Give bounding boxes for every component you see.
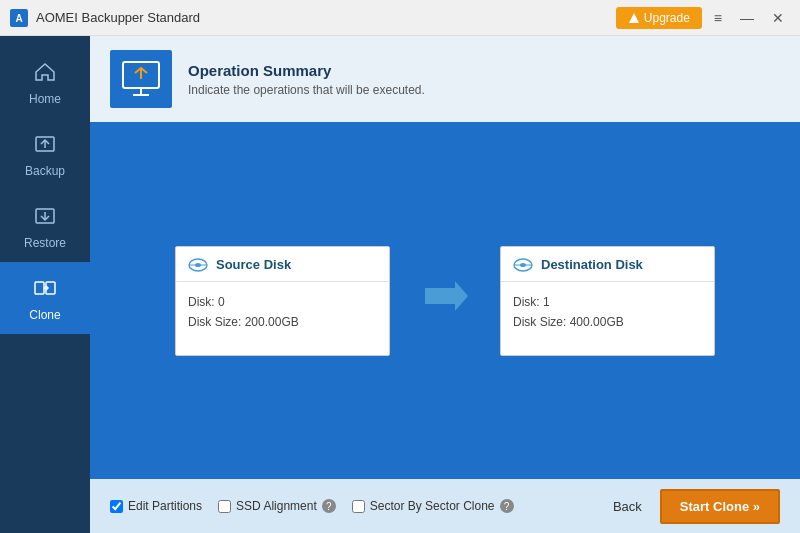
backup-icon [31, 130, 59, 158]
op-icon-box [110, 50, 172, 108]
minimize-button[interactable]: — [734, 8, 760, 28]
destination-disk-card: Destination Disk Disk: 1 Disk Size: 400.… [500, 246, 715, 356]
main-content: Operation Summary Indicate the operation… [90, 36, 800, 533]
title-bar: A AOMEI Backupper Standard Upgrade ≡ — ✕ [0, 0, 800, 36]
footer-options: Edit Partitions SSD Alignment ? Sector B… [110, 499, 514, 513]
destination-disk-icon [513, 257, 533, 273]
back-button[interactable]: Back [605, 495, 650, 518]
home-icon [31, 58, 59, 86]
ssd-alignment-label: SSD Alignment [236, 499, 317, 513]
upgrade-button[interactable]: Upgrade [616, 7, 702, 29]
sector-by-sector-label: Sector By Sector Clone [370, 499, 495, 513]
source-disk-icon [188, 257, 208, 273]
sidebar: Home Backup Restore [0, 36, 90, 533]
operation-icon [119, 59, 163, 99]
destination-disk-body: Disk: 1 Disk Size: 400.00GB [501, 282, 714, 343]
sector-by-sector-help-icon[interactable]: ? [500, 499, 514, 513]
source-disk-size: Disk Size: 200.00GB [188, 312, 377, 332]
clone-arrow [420, 276, 470, 325]
sector-by-sector-checkbox[interactable] [352, 500, 365, 513]
sidebar-item-backup[interactable]: Backup [0, 118, 90, 190]
start-clone-label: Start Clone » [680, 499, 760, 514]
edit-partitions-checkbox[interactable] [110, 500, 123, 513]
menu-button[interactable]: ≡ [708, 8, 728, 28]
title-bar-right: Upgrade ≡ — ✕ [616, 7, 790, 29]
title-bar-left: A AOMEI Backupper Standard [10, 9, 200, 27]
app-icon: A [10, 9, 28, 27]
source-disk-number: Disk: 0 [188, 292, 377, 312]
restore-icon [31, 202, 59, 230]
source-disk-header: Source Disk [176, 247, 389, 282]
source-disk-title: Source Disk [216, 257, 291, 272]
ssd-alignment-option[interactable]: SSD Alignment ? [218, 499, 336, 513]
op-summary-desc: Indicate the operations that will be exe… [188, 83, 425, 97]
sidebar-clone-label: Clone [29, 308, 60, 322]
destination-disk-title: Destination Disk [541, 257, 643, 272]
footer-actions: Back Start Clone » [605, 489, 780, 524]
destination-disk-size: Disk Size: 400.00GB [513, 312, 702, 332]
app-title: AOMEI Backupper Standard [36, 10, 200, 25]
sector-by-sector-option[interactable]: Sector By Sector Clone ? [352, 499, 514, 513]
sidebar-item-clone[interactable]: Clone [0, 262, 90, 334]
svg-rect-7 [35, 282, 44, 294]
op-summary-text: Operation Summary Indicate the operation… [188, 62, 425, 97]
op-summary-title: Operation Summary [188, 62, 425, 79]
app-body: Home Backup Restore [0, 36, 800, 533]
arrow-icon [420, 276, 470, 316]
operation-summary-header: Operation Summary Indicate the operation… [90, 36, 800, 122]
svg-text:A: A [15, 13, 22, 24]
ssd-alignment-help-icon[interactable]: ? [322, 499, 336, 513]
destination-disk-header: Destination Disk [501, 247, 714, 282]
sidebar-restore-label: Restore [24, 236, 66, 250]
edit-partitions-label: Edit Partitions [128, 499, 202, 513]
footer: Edit Partitions SSD Alignment ? Sector B… [90, 479, 800, 533]
sidebar-item-restore[interactable]: Restore [0, 190, 90, 262]
ssd-alignment-checkbox[interactable] [218, 500, 231, 513]
svg-marker-2 [629, 13, 639, 23]
edit-partitions-option[interactable]: Edit Partitions [110, 499, 202, 513]
destination-disk-number: Disk: 1 [513, 292, 702, 312]
source-disk-card: Source Disk Disk: 0 Disk Size: 200.00GB [175, 246, 390, 356]
sidebar-home-label: Home [29, 92, 61, 106]
upgrade-icon [628, 12, 640, 24]
start-clone-button[interactable]: Start Clone » [660, 489, 780, 524]
source-disk-body: Disk: 0 Disk Size: 200.00GB [176, 282, 389, 343]
sidebar-item-home[interactable]: Home [0, 46, 90, 118]
clone-icon [31, 274, 59, 302]
svg-marker-17 [425, 281, 468, 311]
close-button[interactable]: ✕ [766, 8, 790, 28]
clone-area: Source Disk Disk: 0 Disk Size: 200.00GB [90, 122, 800, 479]
sidebar-backup-label: Backup [25, 164, 65, 178]
